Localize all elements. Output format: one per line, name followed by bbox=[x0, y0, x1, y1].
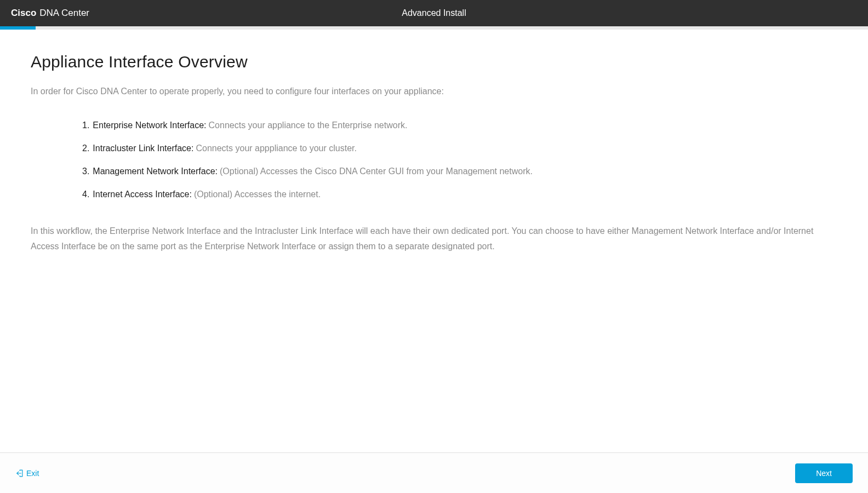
list-item: 4. Internet Access Interface: (Optional)… bbox=[82, 190, 837, 199]
exit-icon bbox=[15, 469, 23, 477]
item-label: Enterprise Network Interface: bbox=[93, 121, 206, 130]
item-number: 4. bbox=[82, 190, 89, 199]
item-number: 2. bbox=[82, 144, 89, 153]
main-content: Appliance Interface Overview In order fo… bbox=[0, 30, 868, 254]
list-item: 3. Management Network Interface: (Option… bbox=[82, 167, 837, 176]
item-number: 1. bbox=[82, 121, 89, 130]
page-title: Appliance Interface Overview bbox=[31, 53, 837, 71]
item-description: (Optional) Accesses the internet. bbox=[194, 190, 321, 199]
list-item: 2. Intracluster Link Interface: Connects… bbox=[82, 144, 837, 153]
item-description: Connects your apppliance to your cluster… bbox=[196, 144, 357, 153]
item-label: Internet Access Interface: bbox=[93, 190, 192, 199]
exit-button[interactable]: Exit bbox=[15, 469, 39, 478]
item-description: (Optional) Accesses the Cisco DNA Center… bbox=[220, 167, 533, 176]
exit-label: Exit bbox=[26, 469, 39, 478]
outro-paragraph: In this workflow, the Enterprise Network… bbox=[31, 223, 837, 254]
list-item: 1. Enterprise Network Interface: Connect… bbox=[82, 121, 837, 130]
next-button[interactable]: Next bbox=[795, 463, 853, 483]
header-title: Advanced Install bbox=[402, 8, 466, 18]
app-header: Cisco DNA Center Advanced Install bbox=[0, 0, 868, 26]
footer-bar: Exit Next bbox=[0, 452, 868, 493]
brand-normal: DNA Center bbox=[39, 8, 89, 19]
item-label: Intracluster Link Interface: bbox=[93, 144, 193, 153]
progress-bar-fill bbox=[0, 26, 36, 30]
intro-paragraph: In order for Cisco DNA Center to operate… bbox=[31, 87, 837, 96]
brand-bold: Cisco bbox=[11, 8, 36, 19]
brand-block: Cisco DNA Center bbox=[11, 8, 89, 19]
progress-bar-track bbox=[0, 26, 868, 30]
item-number: 3. bbox=[82, 167, 89, 176]
item-description: Connects your appliance to the Enterpris… bbox=[209, 121, 408, 130]
item-label: Management Network Interface: bbox=[93, 167, 218, 176]
interface-list: 1. Enterprise Network Interface: Connect… bbox=[31, 121, 837, 199]
